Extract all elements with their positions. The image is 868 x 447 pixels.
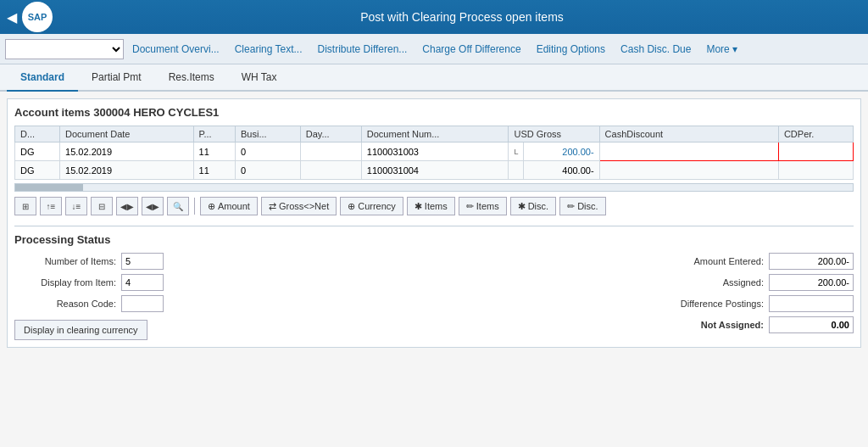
cell-cdper-2 xyxy=(778,161,853,180)
tab-wh-tax[interactable]: WH Tax xyxy=(228,64,291,92)
cell-p: 11 xyxy=(193,161,235,180)
col-p: P... xyxy=(193,126,235,142)
gross-net-label: Gross<>Net xyxy=(279,201,329,211)
cell-amount-2: 400.00- xyxy=(524,161,599,180)
display-clearing-currency-button[interactable]: Display in clearing currency xyxy=(14,320,147,340)
toolbar-link-clearing-text[interactable]: Clearing Text... xyxy=(228,40,309,59)
toolbar-link-distribute-differen[interactable]: Distribute Differen... xyxy=(311,40,415,59)
currency-icon: ⊕ xyxy=(348,201,355,212)
disc-button-1[interactable]: ✱ Disc. xyxy=(510,197,556,215)
back-button[interactable]: ◀ xyxy=(7,9,17,25)
currency-button[interactable]: ⊕ Currency xyxy=(340,197,403,215)
proc-right: Amount Entered: 200.00- Assigned: 200.00… xyxy=(442,253,854,340)
diff-postings-label: Difference Postings: xyxy=(628,299,764,309)
page-title: Post with Clearing Process open items xyxy=(63,10,861,24)
not-assigned-label: Not Assigned: xyxy=(628,320,764,330)
cell-busi: 0 xyxy=(236,142,301,161)
not-assigned-value: 0.00 xyxy=(769,316,854,333)
tab-res-items[interactable]: Res.Items xyxy=(155,64,228,92)
num-items-value: 5 xyxy=(121,253,164,270)
proc-row-reason-code: Reason Code: xyxy=(14,295,426,312)
cell-doc-num: 1100031004 xyxy=(361,161,509,180)
gross-net-icon: ⇄ xyxy=(269,201,276,212)
display-from-label: Display from Item: xyxy=(14,277,116,288)
col-doc-num: Document Num... xyxy=(361,126,509,142)
toolbar-link-cash-disc-due[interactable]: Cash Disc. Due xyxy=(614,40,698,59)
cell-d: DG xyxy=(15,142,60,161)
sap-logo: SAP xyxy=(22,2,53,32)
icon-btn-align-right[interactable]: ◀▶ xyxy=(142,197,164,215)
separator-1 xyxy=(194,198,195,215)
proc-title: Processing Status xyxy=(14,233,854,246)
items-label-2: Items xyxy=(476,201,499,211)
assigned-label: Assigned: xyxy=(628,277,764,288)
cell-amount-1: 200.00- xyxy=(524,142,599,161)
gross-net-button[interactable]: ⇄ Gross<>Net xyxy=(261,197,337,215)
amount-button[interactable]: ⊕ Amount xyxy=(200,197,258,215)
cell-usd-flag: L xyxy=(509,142,524,161)
reason-code-value xyxy=(121,295,164,312)
header: ◀ SAP Post with Clearing Process open it… xyxy=(0,0,868,34)
toolbar: Document Overvi... Clearing Text... Dist… xyxy=(0,34,868,64)
icon-btn-sort-desc[interactable]: ↓≡ xyxy=(65,197,87,215)
toolbar-select[interactable] xyxy=(5,39,124,59)
disc-button-2[interactable]: ✏ Disc. xyxy=(559,197,605,215)
cell-day xyxy=(300,142,361,161)
proc-row-diff-postings: Difference Postings: xyxy=(442,295,854,312)
cell-cdper-1[interactable] xyxy=(778,142,853,161)
proc-left: Number of Items: 5 Display from Item: 4 … xyxy=(14,253,426,340)
amount-label: Amount xyxy=(218,201,250,211)
cell-usd-flag2 xyxy=(509,161,524,180)
disc-icon-2: ✏ xyxy=(567,201,575,212)
items-icon-2: ✏ xyxy=(466,201,474,212)
disc-label-1: Disc. xyxy=(528,201,548,211)
scrollbar-thumb[interactable] xyxy=(15,184,83,191)
cell-d: DG xyxy=(15,161,60,180)
data-table: D... Document Date P... Busi... Day... D… xyxy=(14,126,854,180)
icon-btn-sort-asc[interactable]: ↑≡ xyxy=(40,197,62,215)
section-title: Account items 300004 HERO CYCLES1 xyxy=(14,106,854,119)
tab-standard[interactable]: Standard xyxy=(7,64,78,92)
cell-doc-date: 15.02.2019 xyxy=(60,142,194,161)
processing-status: Processing Status Number of Items: 5 Dis… xyxy=(14,226,854,340)
proc-grid: Number of Items: 5 Display from Item: 4 … xyxy=(14,253,854,340)
cell-doc-num: 1100031003 xyxy=(361,142,509,161)
items-button-1[interactable]: ✱ Items xyxy=(407,197,455,215)
toolbar-link-document-overvi[interactable]: Document Overvi... xyxy=(125,40,226,59)
tab-partial-pmt[interactable]: Partial Pmt xyxy=(78,64,155,92)
diff-postings-value xyxy=(769,295,854,312)
icon-btn-align-left[interactable]: ◀▶ xyxy=(116,197,138,215)
proc-row-not-assigned: Not Assigned: 0.00 xyxy=(442,316,854,333)
disc-icon-1: ✱ xyxy=(518,201,526,212)
reason-code-label: Reason Code: xyxy=(14,299,116,309)
icon-btn-group[interactable]: ⊟ xyxy=(91,197,113,215)
cell-cash-discount-1[interactable] xyxy=(599,142,778,161)
scrollbar[interactable] xyxy=(14,183,854,192)
cell-day xyxy=(300,161,361,180)
disc-label-2: Disc. xyxy=(577,201,598,211)
icon-btn-search[interactable]: 🔍 xyxy=(167,197,189,215)
items-icon-1: ✱ xyxy=(415,201,422,212)
col-cash-discount: CashDiscount xyxy=(599,126,778,142)
tabs-bar: Standard Partial Pmt Res.Items WH Tax xyxy=(0,64,868,92)
items-label-1: Items xyxy=(425,201,448,211)
items-button-2[interactable]: ✏ Items xyxy=(459,197,507,215)
table-row: DG 15.02.2019 11 0 1100031004 400.00- xyxy=(15,161,854,180)
icon-btn-filter[interactable]: ⊞ xyxy=(14,197,36,215)
col-day: Day... xyxy=(300,126,361,142)
amount-entered-label: Amount Entered: xyxy=(628,256,764,266)
toolbar-link-editing-options[interactable]: Editing Options xyxy=(530,40,612,59)
proc-row-display-btn: Display in clearing currency xyxy=(14,316,426,340)
cell-doc-date: 15.02.2019 xyxy=(60,161,194,180)
toolbar-link-more[interactable]: More ▾ xyxy=(699,40,744,59)
proc-row-display-from: Display from Item: 4 xyxy=(14,274,426,291)
action-buttons-row: ⊞ ↑≡ ↓≡ ⊟ ◀▶ ◀▶ 🔍 ⊕ Amount ⇄ Gross<>Net … xyxy=(14,197,854,215)
amount-entered-value: 200.00- xyxy=(769,253,854,270)
table-row: DG 15.02.2019 11 0 1100031003 L 200.00- xyxy=(15,142,854,161)
toolbar-link-charge-off-difference[interactable]: Charge Off Difference xyxy=(415,40,527,59)
cell-cash-discount-2 xyxy=(599,161,778,180)
display-from-value: 4 xyxy=(121,274,164,291)
col-usd-gross: USD Gross xyxy=(509,126,599,142)
col-d: D... xyxy=(15,126,60,142)
cell-p: 11 xyxy=(193,142,235,161)
